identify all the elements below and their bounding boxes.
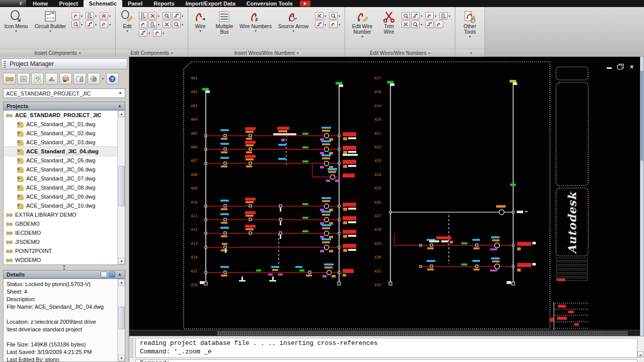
chevron-down-icon[interactable]: ▾ (339, 23, 342, 26)
tree-item-drawing[interactable]: ACE_Standard_JIC_01.dwg (4, 120, 117, 129)
small-tool-button[interactable] (439, 12, 448, 20)
edit-button[interactable]: Edit▾ (117, 8, 137, 48)
small-tool-button[interactable] (153, 29, 162, 37)
small-tool-button[interactable] (411, 21, 420, 28)
chevron-down-icon[interactable]: ▾ (325, 23, 328, 26)
ribbon-group-label[interactable]: Edit Components▾ (116, 49, 188, 57)
refresh-button[interactable] (31, 73, 44, 84)
small-tool-button[interactable] (315, 12, 324, 20)
chevron-down-icon[interactable]: ▾ (148, 31, 152, 35)
scroll-up-icon[interactable]: ▲ (118, 111, 125, 117)
tree-item-project[interactable]: EXTRA LIBRARY DEMO (4, 210, 117, 219)
tree-item-drawing[interactable]: ACE_Standard_JIC_06.dwg (4, 165, 117, 174)
minimize-icon[interactable] (606, 64, 613, 69)
details-preview-icon[interactable] (109, 272, 115, 278)
small-tool-button[interactable] (139, 29, 147, 37)
scrollbar-thumb[interactable] (217, 331, 627, 335)
collapse-arrow-icon[interactable]: ▲ (118, 272, 122, 277)
publish-button[interactable] (88, 73, 100, 84)
ribbon-group-label[interactable]: Edit Wires/Wire Numbers▾ (345, 49, 455, 57)
tree-item-project[interactable]: JISDEMO (4, 237, 117, 246)
command-input[interactable]: Command: (135, 359, 637, 362)
tab-home[interactable]: Home (27, 0, 54, 7)
chevron-down-icon[interactable]: ▾ (158, 14, 162, 18)
collapse-arrow-icon[interactable]: ▲ (118, 104, 122, 108)
command-grip-handle[interactable] (130, 338, 133, 358)
circuit-builder-button[interactable]: Circuit Builder▾ (31, 8, 70, 48)
tree-item-drawing[interactable]: ACE_Standard_JIC_08.dwg (4, 183, 117, 192)
tree-scrollbar[interactable]: ▲▼ (117, 111, 125, 264)
small-tool-button[interactable] (401, 12, 410, 20)
chevron-down-icon[interactable]: ▾ (325, 14, 328, 18)
tree-item-drawing[interactable]: ACE_Standard_JIC_04.dwg (4, 147, 117, 156)
wire-numbers-button[interactable]: #Wire Numbers▾ (238, 8, 273, 48)
project-button[interactable] (3, 73, 16, 84)
tab-conversion-tools[interactable]: Conversion Tools (241, 0, 298, 7)
tree-item-project[interactable]: GBDEMO (4, 219, 117, 228)
chevron-down-icon[interactable]: ▾ (109, 14, 113, 18)
chevron-down-icon[interactable]: ▾ (421, 14, 424, 18)
tab-project[interactable]: Project (54, 0, 84, 7)
scroll-down-icon[interactable]: ▼ (118, 355, 125, 361)
chevron-down-icon[interactable]: ▾ (81, 23, 85, 26)
small-tool-button[interactable] (148, 12, 157, 20)
tree-item-project-root[interactable]: ACE_STANDARD_PROJECT_JIC (4, 111, 117, 120)
drawing-horizontal-scrollbar[interactable] (129, 330, 640, 336)
other-tools-button[interactable]: Other Tools▾ (457, 8, 483, 48)
chevron-down-icon[interactable]: ▾ (102, 77, 104, 81)
command-scroll-up-icon[interactable]: ▲ (637, 351, 643, 357)
small-tool-button[interactable] (315, 21, 324, 28)
scrollbar-thumb[interactable] (640, 70, 643, 161)
tab-reports[interactable]: Reports (148, 0, 180, 7)
drawing-canvas[interactable]: Autodesk40140240340440540640740840941041… (129, 57, 640, 330)
tab-import-export-data[interactable]: Import/Export Data (180, 0, 241, 7)
chevron-down-icon[interactable]: ▾ (95, 23, 99, 26)
tree-item-project[interactable]: WDDEMO (4, 255, 117, 264)
small-tool-button[interactable] (411, 12, 420, 20)
small-tool-button[interactable] (401, 21, 410, 28)
small-tool-button[interactable] (148, 21, 157, 28)
details-view-icon[interactable] (101, 272, 107, 278)
edit-wire-number-button[interactable]: #Edit Wire Number▾ (347, 8, 378, 48)
small-tool-button[interactable] (163, 12, 171, 20)
small-tool-button[interactable] (435, 21, 443, 28)
multiple-bus-button[interactable]: Multiple Bus (211, 8, 238, 48)
small-tool-button[interactable] (100, 12, 108, 20)
close-icon[interactable]: × (628, 64, 635, 69)
tree-item-drawing[interactable]: ACE_Standard_JIC_05.dwg (4, 156, 117, 165)
projects-section-header[interactable]: Projects ▲ (3, 102, 125, 110)
small-tool-button[interactable] (329, 12, 338, 20)
tree-item-drawing[interactable]: ACE_Standard_JIC_07.dwg (4, 174, 117, 183)
chevron-down-icon[interactable]: ▾ (339, 14, 342, 18)
restore-icon[interactable] (617, 64, 624, 69)
project-manager-titlebar[interactable]: Project Manager (1, 58, 127, 69)
ribbon-group-label[interactable]: Insert Components▾ (0, 49, 115, 57)
help-button[interactable]: ? (106, 73, 119, 84)
command-history[interactable]: reading project database file . . .. ins… (135, 338, 637, 358)
small-tool-button[interactable] (329, 21, 338, 28)
icon-menu-button[interactable]: Icon Menu▾ (2, 8, 31, 48)
chevron-down-icon[interactable]: ▾ (435, 14, 438, 18)
preview-button[interactable] (73, 73, 86, 84)
small-tool-button[interactable] (163, 21, 171, 28)
tab-schematic[interactable]: Schematic (84, 0, 122, 7)
properties-button[interactable] (17, 73, 30, 84)
small-tool-button[interactable] (139, 12, 147, 20)
chevron-down-icon[interactable]: ▾ (95, 14, 99, 18)
scrollbar-thumb[interactable] (118, 307, 125, 329)
wire-button[interactable]: Wire▾ (190, 8, 211, 48)
chevron-down-icon[interactable]: ▾ (109, 23, 113, 26)
small-tool-button[interactable] (425, 21, 434, 28)
scroll-up-icon[interactable]: ▲ (118, 279, 125, 286)
details-scrollbar[interactable]: ▲▼ (117, 279, 125, 361)
youtube-watermark-icon[interactable] (300, 1, 310, 7)
chevron-down-icon[interactable]: ▾ (81, 14, 85, 18)
tree-item-project[interactable]: IECDEMO (4, 228, 117, 237)
small-tool-button[interactable] (86, 21, 94, 28)
chevron-down-icon[interactable]: ▾ (163, 31, 166, 35)
small-tool-button[interactable] (172, 12, 181, 20)
source-arrow-button[interactable]: Source Arrow▾ (273, 8, 313, 48)
panel-grip-handle[interactable] (4, 61, 6, 68)
tab-panel[interactable]: Panel (122, 0, 148, 7)
application-menu-button[interactable]: E (0, 0, 26, 7)
